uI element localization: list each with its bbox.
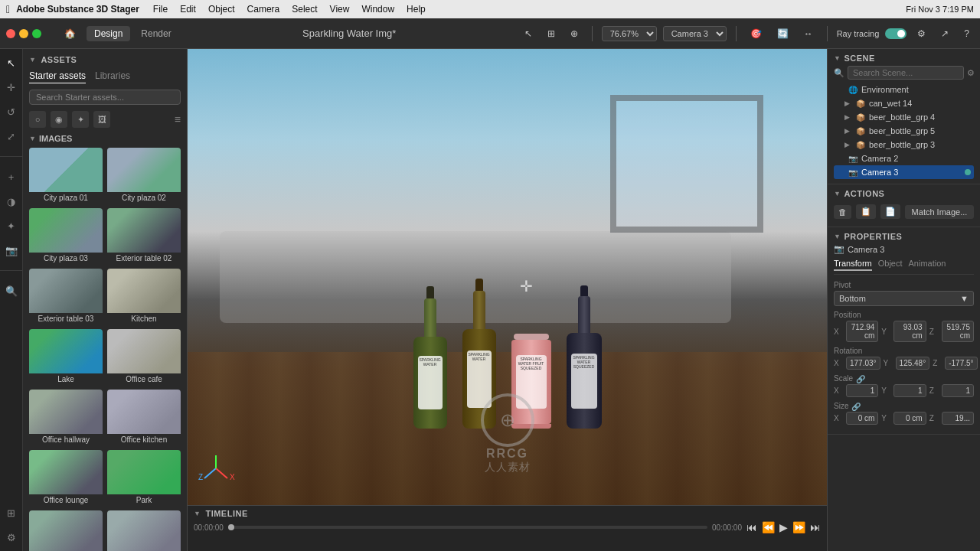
menu-select[interactable]: Select — [287, 2, 322, 16]
scale-x-value[interactable]: 1 — [846, 384, 878, 397]
render-settings-btn[interactable]: ⚙ — [913, 25, 930, 42]
filter-image-icon[interactable]: 🖼 — [93, 111, 110, 128]
export-action-btn[interactable]: 📄 — [880, 204, 900, 219]
image-thumb-park[interactable]: Park — [107, 450, 181, 506]
select-tool-icon[interactable]: ↖ — [4, 55, 19, 70]
size-y-value[interactable]: 0 cm — [893, 412, 926, 425]
material-icon[interactable]: ◑ — [4, 194, 19, 209]
timeline-playhead[interactable] — [228, 524, 234, 530]
maximize-window[interactable] — [32, 29, 41, 38]
scene-item-beer-bottle-grp-4[interactable]: ▶ 📦 beer_bottle_grp 4 — [834, 110, 974, 124]
skip-forward-btn[interactable]: ⏭ — [810, 521, 821, 533]
size-x-value[interactable]: 0 cm — [846, 412, 878, 425]
size-z-value[interactable]: 19... — [942, 412, 974, 425]
layers-icon[interactable]: ⊞ — [4, 505, 19, 520]
properties-header[interactable]: ▼ PROPERTIES — [834, 232, 974, 241]
skip-back-btn[interactable]: ⏮ — [746, 521, 757, 533]
scene-item-can-wet-14[interactable]: ▶ 📦 can_wet 14 — [834, 96, 974, 110]
image-thumb-city-plaza-03[interactable]: City plaza 03 — [29, 208, 103, 264]
starter-assets-tab[interactable]: Starter assets — [29, 70, 86, 83]
menu-file[interactable]: File — [149, 2, 172, 16]
menu-object[interactable]: Object — [204, 2, 240, 16]
settings-left-icon[interactable]: ⚙ — [4, 530, 19, 545]
scene-filter-icon[interactable]: ⚙ — [967, 68, 975, 78]
image-thumb-stone-bench[interactable]: Stone bench — [107, 510, 181, 551]
camera-orbit-btn[interactable]: 🔄 — [773, 25, 793, 42]
image-thumb-exterior-table-02[interactable]: Exterior table 02 — [107, 208, 181, 264]
close-window[interactable] — [6, 29, 15, 38]
delete-action-btn[interactable]: 🗑 — [834, 205, 851, 219]
export-btn[interactable]: ↗ — [936, 25, 953, 42]
duplicate-action-btn[interactable]: 📋 — [856, 204, 876, 219]
transform-tool-icon[interactable]: ✛ — [4, 80, 19, 95]
image-thumb-office-cafe[interactable]: Office cafe — [107, 329, 181, 385]
timeline-chevron-icon[interactable]: ▼ — [194, 510, 201, 517]
play-btn[interactable]: ▶ — [779, 521, 788, 533]
scene-expand-beer-bottle-grp-5[interactable]: ▶ — [844, 127, 852, 135]
rotation-y-value[interactable]: 125.48° — [896, 357, 930, 370]
timeline-track[interactable] — [228, 526, 707, 529]
filter-light-icon[interactable]: ✦ — [72, 111, 89, 128]
position-y-value[interactable]: 93.03 cm — [893, 321, 926, 342]
viewport[interactable]: SPARKLING WATER SPARKLING WATER — [188, 49, 827, 505]
gizmo-btn[interactable]: ⊕ — [566, 25, 583, 42]
home-btn[interactable]: 🏠 — [60, 25, 80, 42]
images-chevron-icon[interactable]: ▼ — [29, 135, 36, 142]
menu-help[interactable]: Help — [402, 2, 430, 16]
camera-select[interactable]: Camera 3 Camera 2 — [663, 26, 727, 41]
tab-object[interactable]: Object — [878, 259, 903, 271]
camera-move-btn[interactable]: 🎯 — [746, 25, 766, 42]
pivot-dropdown[interactable]: Bottom ▼ — [834, 291, 974, 306]
properties-chevron-icon[interactable]: ▼ — [834, 233, 841, 240]
match-image-btn[interactable]: Match Image... — [905, 205, 974, 219]
image-thumb-city-plaza-02[interactable]: City plaza 02 — [107, 148, 181, 204]
add-object-icon[interactable]: + — [4, 169, 19, 184]
scale-link-icon[interactable]: 🔗 — [856, 375, 865, 383]
image-thumb-office-lounge[interactable]: Office lounge — [29, 450, 103, 506]
camera-icon-left[interactable]: 📷 — [4, 243, 19, 258]
image-thumb-office-kitchen[interactable]: Office kitchen — [107, 390, 181, 445]
rotation-z-value[interactable]: -177.5° — [945, 357, 977, 370]
menu-window[interactable]: Window — [357, 2, 399, 16]
step-back-btn[interactable]: ⏪ — [762, 521, 775, 533]
tab-design[interactable]: Design — [87, 26, 130, 41]
menu-camera[interactable]: Camera — [243, 2, 285, 16]
list-view-icon[interactable]: ≡ — [175, 113, 181, 126]
scene-chevron-icon[interactable]: ▼ — [834, 54, 841, 62]
image-thumb-kitchen[interactable]: Kitchen — [107, 269, 181, 324]
help-btn[interactable]: ? — [959, 25, 974, 42]
tab-render[interactable]: Render — [133, 26, 178, 41]
snap-btn[interactable]: ⊞ — [543, 25, 560, 42]
search-assets-input[interactable] — [29, 90, 181, 105]
position-z-value[interactable]: 519.75 cm — [942, 321, 974, 342]
scene-expand-beer-bottle-grp-4[interactable]: ▶ — [844, 113, 852, 121]
scene-item-environment[interactable]: 🌐 Environment — [834, 83, 974, 96]
select-mode-btn[interactable]: ↖ — [520, 25, 537, 42]
search-left-icon[interactable]: 🔍 — [4, 283, 19, 298]
scale-z-value[interactable]: 1 — [942, 384, 974, 397]
step-forward-btn[interactable]: ⏩ — [792, 521, 805, 533]
rotation-x-value[interactable]: 177.03° — [846, 357, 880, 370]
image-thumb-exterior-table-03[interactable]: Exterior table 03 — [29, 269, 103, 324]
image-thumb-office-hallway[interactable]: Office hallway — [29, 390, 103, 445]
position-x-value[interactable]: 712.94 cm — [846, 321, 878, 342]
scene-item-beer-bottle-grp-3[interactable]: ▶ 📦 beer_bottle_grp 3 — [834, 138, 974, 152]
assets-chevron-icon[interactable]: ▼ — [29, 56, 36, 64]
scene-item-camera-3[interactable]: 📷 Camera 3 — [834, 165, 974, 179]
image-thumb-city-plaza-01[interactable]: City plaza 01 — [29, 148, 103, 204]
rotate-tool-icon[interactable]: ↺ — [4, 104, 19, 119]
scene-item-camera-2[interactable]: 📷 Camera 2 — [834, 152, 974, 165]
image-thumb-lake[interactable]: Lake — [29, 329, 103, 385]
menu-edit[interactable]: Edit — [175, 2, 201, 16]
scene-expand-beer-bottle-grp-3[interactable]: ▶ — [844, 141, 852, 148]
filter-material-icon[interactable]: ◉ — [51, 111, 67, 128]
tab-animation[interactable]: Animation — [909, 259, 946, 271]
actions-header[interactable]: ▼ ACTIONS — [834, 189, 974, 198]
scale-y-value[interactable]: 1 — [893, 384, 926, 397]
scene-expand-can-wet-14[interactable]: ▶ — [844, 99, 852, 107]
camera-pan-btn[interactable]: ↔ — [799, 25, 818, 42]
tab-transform[interactable]: Transform — [834, 259, 872, 271]
scene-header[interactable]: ▼ SCENE — [834, 54, 974, 63]
size-link-icon[interactable]: 🔗 — [851, 403, 861, 411]
libraries-tab[interactable]: Libraries — [95, 70, 130, 83]
